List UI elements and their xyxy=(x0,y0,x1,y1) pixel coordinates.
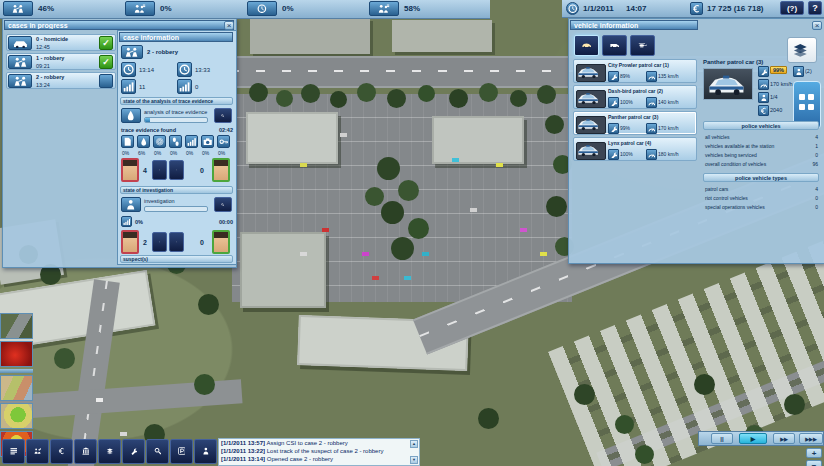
evidence-percent: 6% xyxy=(138,150,145,156)
price-euro-icon xyxy=(758,105,769,116)
case-opened-count: 11 xyxy=(139,84,145,90)
unemployment-icon-button[interactable] xyxy=(125,1,155,16)
clock-icon xyxy=(255,4,269,13)
case-row[interactable]: 1 - robbery 09:21 ✓ xyxy=(6,53,116,70)
case-row[interactable]: 0 - homicide 12:45 ✓ xyxy=(6,34,116,51)
play-button[interactable]: ▶ xyxy=(739,433,767,444)
evidence-chart-icon xyxy=(185,135,198,148)
equipment-button[interactable] xyxy=(122,439,145,464)
csi-portrait xyxy=(121,158,139,182)
case-label: 0 - homicide xyxy=(36,36,68,42)
vehicle-row[interactable]: Lynx patrol car (4) 100% 180 km/h xyxy=(573,137,697,161)
arrow-right-icon xyxy=(176,235,177,249)
finances-button[interactable] xyxy=(50,439,73,464)
detective-count-left: 2 xyxy=(143,239,147,246)
wrench-icon xyxy=(608,71,619,82)
case-time: 09:21 xyxy=(36,63,50,69)
log-scroll-up-button[interactable]: ▲ xyxy=(410,440,418,448)
map-layer-green-heatmap-button[interactable] xyxy=(0,403,33,429)
response-time-icon-button[interactable] xyxy=(247,1,277,16)
fastest-forward-button[interactable]: ▶▶▶ xyxy=(799,433,823,444)
date-display: 1/1/2011 xyxy=(583,4,614,13)
detective-right-arrow-button[interactable] xyxy=(169,232,184,252)
tab-helicopters[interactable] xyxy=(630,35,655,56)
tab-riot-vehicles[interactable] xyxy=(602,35,627,56)
clock-icon xyxy=(121,62,136,77)
vehicles-button[interactable] xyxy=(170,439,193,464)
map-layer-photo-button[interactable] xyxy=(0,313,33,339)
police-vehicles-header: police vehicles xyxy=(703,121,819,130)
vehicle-row[interactable]: Dash-bird patrol car (2) 100% 140 km/h xyxy=(573,85,697,109)
close-icon[interactable]: × xyxy=(224,21,234,30)
station-button[interactable] xyxy=(787,37,817,63)
people-icon xyxy=(377,4,391,13)
zoom-out-button[interactable]: − xyxy=(806,460,822,466)
city-hall-button[interactable] xyxy=(74,439,97,464)
clock-icon xyxy=(566,2,579,15)
statistics-button[interactable] xyxy=(26,439,49,464)
case-label: 1 - robbery xyxy=(36,55,64,61)
speed-icon xyxy=(646,71,657,82)
unemployment-value: 0% xyxy=(160,4,172,13)
menu-button[interactable]: (?) xyxy=(780,1,804,15)
van-icon xyxy=(610,38,619,53)
vehicle-condition: 100% xyxy=(620,99,633,105)
crime-rate-icon-button[interactable] xyxy=(3,1,33,16)
evidence-blood-icon xyxy=(137,135,150,148)
evidence-percent: 0% xyxy=(218,150,225,156)
investigate-icon-button[interactable] xyxy=(99,74,113,88)
tab-patrol-cars[interactable] xyxy=(574,35,599,56)
pause-button[interactable]: || xyxy=(711,433,733,444)
evidence-fingerprint-icon xyxy=(153,135,166,148)
analysis-magnifier-button[interactable] xyxy=(214,108,232,123)
speed-icon xyxy=(646,149,657,160)
map-layer-districts-button[interactable] xyxy=(0,375,33,401)
investigation-magnifier-button[interactable] xyxy=(214,197,232,212)
cases-button[interactable] xyxy=(146,439,169,464)
case-info-title: case information xyxy=(119,32,233,42)
type-stat-value: 4 xyxy=(815,186,818,192)
personnel-button[interactable] xyxy=(194,439,217,464)
assign-right-arrow-button[interactable] xyxy=(169,160,184,180)
population-stats-icon xyxy=(34,442,42,460)
csi-count-left: 4 xyxy=(143,167,147,174)
money-display: 17 725 (16 718) xyxy=(707,4,764,13)
person-icon xyxy=(202,442,210,460)
detail-seats: 1/4 xyxy=(770,94,778,100)
papers-icon xyxy=(790,41,811,58)
vehicle-name: Dash-bird patrol car (2) xyxy=(608,88,663,94)
vehicle-speed: 140 km/h xyxy=(658,99,679,105)
analysis-progressbar xyxy=(144,117,208,123)
fleet-stat-label: overall condition of vehicles xyxy=(705,161,766,167)
log-message: Assign CSI to case 2 - robbery xyxy=(266,440,347,446)
reports-button[interactable] xyxy=(98,439,121,464)
case-time: 13:24 xyxy=(36,82,50,88)
police-car-thumb xyxy=(576,142,606,160)
assign-left-arrow-button[interactable] xyxy=(152,160,167,180)
vehicle-row[interactable]: City Prowler patrol car (1) 89% 135 km/h xyxy=(573,59,697,83)
vehicle-row-selected[interactable]: Panther patrol car (3) 99% 170 km/h xyxy=(573,111,697,135)
euro-icon xyxy=(690,2,703,15)
investigation-progressbar xyxy=(144,206,208,212)
detective-left-arrow-button[interactable] xyxy=(152,232,167,252)
parking-icon xyxy=(178,442,186,460)
type-stat-label: riot control vehicles xyxy=(705,195,748,201)
zoom-in-button[interactable]: + xyxy=(806,448,822,458)
satisfaction-icon-button[interactable] xyxy=(369,1,399,16)
case-info-label: 2 - robbery xyxy=(147,49,178,55)
city-overview-button[interactable] xyxy=(2,439,25,464)
robbery-icon xyxy=(8,55,32,69)
close-icon[interactable]: × xyxy=(812,21,822,30)
police-car-thumb xyxy=(576,90,606,108)
game-screen: 46% 0% 0% 58% 1/1/2011 14:07 17 725 (16 … xyxy=(0,0,824,466)
detail-crew: (2) xyxy=(805,68,812,74)
map-layer-crime-heatmap-button[interactable] xyxy=(0,341,33,367)
fast-forward-button[interactable]: ▶▶ xyxy=(773,433,795,444)
help-button[interactable]: ? xyxy=(808,1,822,15)
detective-count-right: 0 xyxy=(200,239,204,246)
trace-found-time: 02:42 xyxy=(219,127,233,133)
case-row[interactable]: 2 - robbery 13:24 xyxy=(6,72,116,89)
log-scroll-down-button[interactable]: ▼ xyxy=(410,456,418,464)
vehicle-name: City Prowler patrol car (1) xyxy=(608,62,669,68)
euro-icon xyxy=(58,442,66,460)
